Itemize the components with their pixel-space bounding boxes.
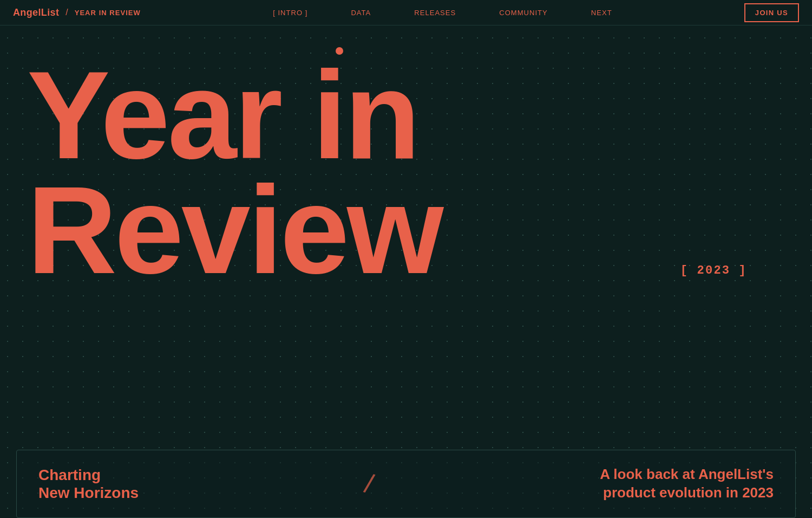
- hero-title-line1: Year in: [27, 58, 812, 173]
- main-content: Year in Review [ 2023 ]: [0, 25, 812, 518]
- join-us-button[interactable]: JOIN US: [744, 3, 799, 22]
- hero-title: Year in Review [ 2023 ]: [27, 58, 812, 287]
- hero-title-area: Year in Review [ 2023 ]: [27, 58, 812, 287]
- hero-title-line2: Review [ 2023 ]: [27, 173, 812, 288]
- nav-left: AngelList / YEAR IN REVIEW: [13, 7, 141, 18]
- nav-links: [ INTRO ] DATA RELEASES COMMUNITY NEXT: [273, 9, 612, 17]
- nav-link-next[interactable]: NEXT: [591, 9, 612, 17]
- year-badge: [ 2023 ]: [680, 266, 747, 276]
- nav-link-data[interactable]: DATA: [351, 9, 371, 17]
- nav-logo[interactable]: AngelList: [13, 7, 59, 18]
- nav-link-community[interactable]: COMMUNITY: [499, 9, 548, 17]
- nav-link-releases[interactable]: RELEASES: [414, 9, 456, 17]
- nav-subtitle: YEAR IN REVIEW: [75, 9, 141, 17]
- navbar: AngelList / YEAR IN REVIEW [ INTRO ] DAT…: [0, 0, 812, 25]
- nav-link-intro[interactable]: [ INTRO ]: [273, 9, 307, 17]
- nav-separator: /: [66, 8, 68, 17]
